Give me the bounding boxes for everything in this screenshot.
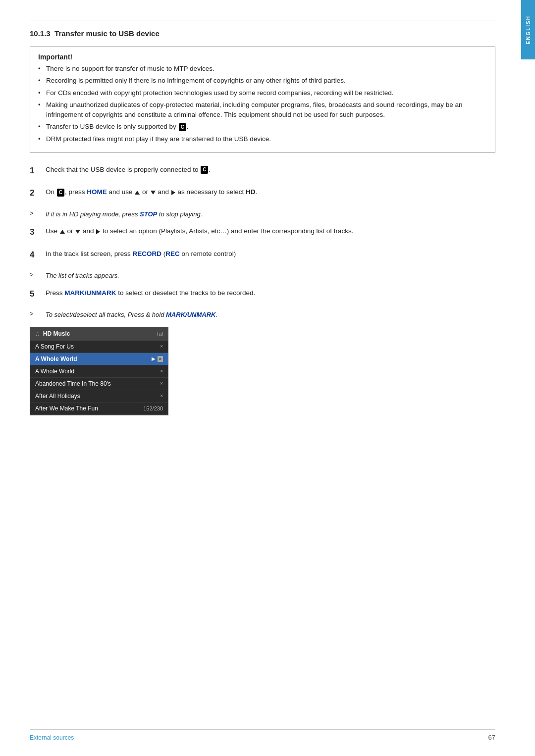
hd-row-3: A Whole World × xyxy=(30,365,168,378)
hd-row-4-right: × xyxy=(160,381,163,386)
step2-device-icon: C xyxy=(57,189,64,197)
step-5-sub-text: To select/deselect all tracks, Press & h… xyxy=(46,310,217,320)
step-5-sub: > To select/deselect all tracks, Press &… xyxy=(30,310,495,320)
step-4-sub-text: The list of tracks appears. xyxy=(46,271,119,281)
hd-row-3-name: A Whole World xyxy=(35,368,74,375)
sub-arrow-2: > xyxy=(30,209,46,217)
side-tab-label: ENGLISH xyxy=(526,15,531,44)
step-4-content: In the track list screen, press RECORD (… xyxy=(46,249,495,259)
steps-container: 1 Check that the USB device is properly … xyxy=(30,164,495,415)
step-1-row: 1 Check that the USB device is properly … xyxy=(30,164,495,177)
step-3-number: 3 xyxy=(30,226,46,239)
step5-mark-italic-label: MARK/UNMARK xyxy=(166,311,215,318)
section-heading: 10.1.3 Transfer music to USB device xyxy=(30,29,495,38)
hd-music-note-icon: ♫ xyxy=(35,330,40,338)
step-1-content: Check that the USB device is properly co… xyxy=(46,164,495,175)
step-2-sub-text: If it is in HD playing mode, press STOP … xyxy=(46,209,202,219)
sub-arrow-5: > xyxy=(30,310,46,317)
hd-row-6-name: After We Make The Fun xyxy=(35,405,98,412)
step-2-sub: > If it is in HD playing mode, press STO… xyxy=(30,209,495,219)
footer-external-sources: External sources xyxy=(30,734,74,741)
step4-rec-label: REC xyxy=(165,250,180,257)
sub-arrow-4: > xyxy=(30,271,46,278)
step-3-row: 3 Use or and to select an option (Playli… xyxy=(30,226,495,239)
hd-row-6: After We Make The Fun 152/230 xyxy=(30,403,168,415)
hd-row-1-right: × xyxy=(160,344,163,349)
step2-home-label: HOME xyxy=(87,188,107,196)
arrow-right-icon xyxy=(171,190,175,195)
bullet-item-2: Recording is permitted only if there is … xyxy=(38,76,487,86)
hd-header: ♫ HD Music Tal xyxy=(30,327,168,341)
hd-row-4-name: Abandoned Time In The 80's xyxy=(35,380,111,387)
step1-device-icon: C xyxy=(201,166,208,174)
step3-arrow-right xyxy=(96,229,100,234)
step-4-sub: > The list of tracks appears. xyxy=(30,271,495,281)
important-bullets-list: There is no support for transfer of musi… xyxy=(38,64,487,144)
hd-row-4: Abandoned Time In The 80's × xyxy=(30,378,168,390)
step5-mark-label: MARK/UNMARK xyxy=(64,289,116,297)
hd-row-5: After All Holidays × xyxy=(30,390,168,403)
arrow-up-icon xyxy=(135,191,140,195)
step-3-content: Use or and to select an option (Playlist… xyxy=(46,226,495,237)
hd-row-4-x: × xyxy=(160,381,163,386)
hd-header-left: ♫ HD Music xyxy=(35,330,70,338)
hd-row-6-right: 152/230 xyxy=(143,405,163,411)
step-2-content: On C, press HOME and use or and as neces… xyxy=(46,187,495,198)
step2-hd-label: HD xyxy=(246,188,256,196)
step-1-number: 1 xyxy=(30,164,46,177)
hd-title: HD Music xyxy=(43,330,70,337)
footer-page-number: 67 xyxy=(488,734,495,741)
hd-row-5-right: × xyxy=(160,393,163,399)
step-5-row: 5 Press MARK/UNMARK to select or deselec… xyxy=(30,288,495,301)
hd-row-2-x-box: × xyxy=(158,356,163,362)
important-label: Important! xyxy=(38,53,487,61)
device-icon-c: C xyxy=(179,123,186,131)
page-container: ENGLISH 10.1.3 Transfer music to USB dev… xyxy=(0,0,535,756)
hd-row-6-progress: 152/230 xyxy=(143,405,163,411)
page-footer: External sources 67 xyxy=(30,729,495,741)
hd-row-2-play-icon: ▶ xyxy=(152,356,156,361)
hd-row-5-x: × xyxy=(160,393,163,399)
step-5-content: Press MARK/UNMARK to select or deselect … xyxy=(46,288,495,299)
top-rule xyxy=(30,20,495,20)
side-tab: ENGLISH xyxy=(521,0,535,59)
hd-row-1-name: A Song For Us xyxy=(35,343,74,350)
bullet-item-3: For CDs encoded with copyright protectio… xyxy=(38,88,487,98)
step-2-number: 2 xyxy=(30,187,46,200)
hd-row-2: A Whole World ▶ × xyxy=(30,353,168,365)
bullet-item-6: DRM protected files might not play if th… xyxy=(38,134,487,144)
step4-record-label: RECORD xyxy=(133,250,162,257)
hd-tal-label: Tal xyxy=(156,331,163,337)
hd-screenshot: ♫ HD Music Tal A Song For Us × A Whole W… xyxy=(30,327,168,415)
hd-row-2-right: ▶ × xyxy=(152,356,163,362)
hd-row-2-name: A Whole World xyxy=(35,355,77,362)
bullet-item-1: There is no support for transfer of musi… xyxy=(38,64,487,74)
hd-row-3-right: × xyxy=(160,368,163,374)
step2-stop-label: STOP xyxy=(140,210,157,218)
bullet-item-4: Making unauthorized duplicates of copy-p… xyxy=(38,100,487,120)
hd-row-1: A Song For Us × xyxy=(30,341,168,353)
bullet-item-5: Transfer to USB device is only supported… xyxy=(38,122,487,132)
hd-row-1-x: × xyxy=(160,344,163,349)
step3-arrow-down xyxy=(75,230,80,234)
important-box: Important! There is no support for trans… xyxy=(30,47,495,152)
step-4-row: 4 In the track list screen, press RECORD… xyxy=(30,249,495,261)
hd-row-5-name: After All Holidays xyxy=(35,393,80,400)
step-5-number: 5 xyxy=(30,288,46,301)
step-4-number: 4 xyxy=(30,249,46,261)
step-2-row: 2 On C, press HOME and use or and as nec… xyxy=(30,187,495,200)
arrow-down-icon xyxy=(151,191,156,195)
step3-arrow-up xyxy=(60,230,65,234)
hd-row-3-x: × xyxy=(160,368,163,374)
